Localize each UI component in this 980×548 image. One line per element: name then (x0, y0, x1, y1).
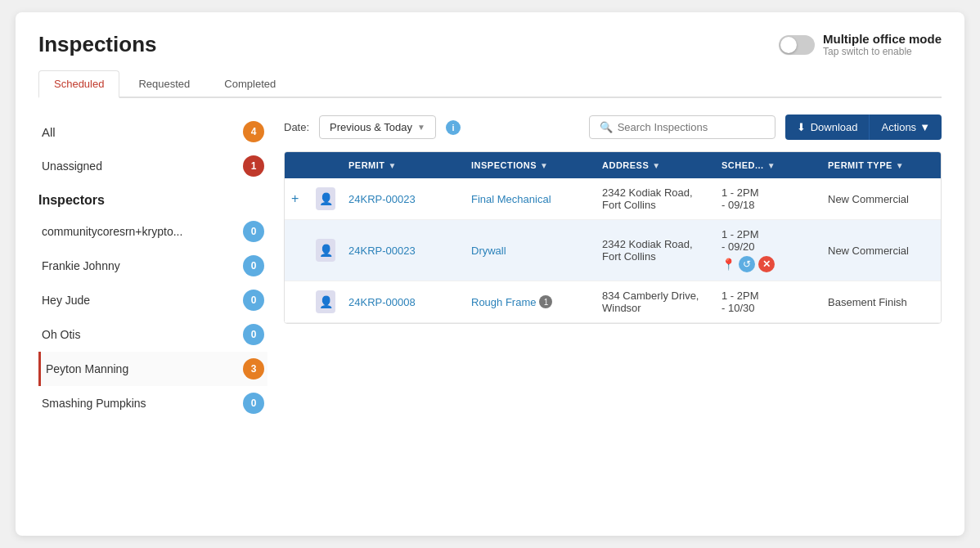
permit-link[interactable]: 24KRP-00008 (348, 296, 416, 308)
inspector-badge: 0 (243, 290, 264, 311)
td-avatar: 👤 (309, 231, 342, 270)
info-icon[interactable]: i (446, 120, 461, 135)
td-address: 2342 Kodiak Road,Fort Collins (596, 230, 715, 271)
multiple-office-subtitle: Tap switch to enable (823, 46, 942, 57)
search-input[interactable] (618, 121, 765, 133)
download-button[interactable]: ⬇ Download (785, 115, 870, 140)
sched-filter-icon[interactable]: ▼ (767, 161, 775, 170)
sched-info: 1 - 2PM - 10/30 (722, 290, 759, 314)
inspections-filter-icon[interactable]: ▼ (540, 161, 548, 170)
table-row: 👤24KRP-00008Rough Frame1834 Camberly Dri… (285, 281, 941, 323)
multiple-office-text: Multiple office mode Tap switch to enabl… (823, 32, 942, 57)
inspection-link[interactable]: Final Mechanical (471, 193, 551, 205)
sched-date: - 10/30 (722, 302, 759, 314)
main-content: All 4 Unassigned 1 Inspectors communityc… (38, 115, 942, 420)
inspector-name: Peyton Manning (46, 362, 128, 375)
permit-type-text: New Commercial (828, 193, 909, 205)
th-permit: PERMIT ▼ (342, 152, 465, 178)
sidebar: All 4 Unassigned 1 Inspectors communityc… (38, 115, 284, 420)
right-panel: Date: Previous & Today ▼ i 🔍 ⬇ Download (284, 115, 942, 420)
date-label: Date: (284, 121, 309, 133)
avatar: 👤 (316, 290, 335, 313)
search-box[interactable]: 🔍 (589, 115, 775, 139)
all-label: All (42, 125, 56, 139)
date-select[interactable]: Previous & Today ▼ (319, 115, 436, 139)
td-sched: 1 - 2PM - 09/18 (715, 178, 821, 219)
inspector-name: Oh Otis (42, 328, 80, 341)
unassigned-badge: 1 (243, 155, 264, 177)
address-text: 2342 Kodiak Road,Fort Collins (602, 186, 693, 211)
unassigned-label: Unassigned (42, 159, 102, 173)
date-value: Previous & Today (330, 121, 412, 133)
sched-date: - 09/18 (722, 199, 759, 211)
multiple-office-section: Multiple office mode Tap switch to enabl… (779, 32, 942, 57)
th-plus (285, 152, 309, 178)
inspector-list: communitycoresrn+krypto... 0 Frankie Joh… (38, 214, 267, 420)
td-inspection[interactable]: Drywall (465, 236, 596, 265)
close-icon[interactable]: ✕ (758, 256, 775, 272)
inspector-badge: 3 (243, 358, 264, 380)
permit-type-text: New Commercial (828, 245, 909, 257)
sidebar-item-inspector[interactable]: Frankie Johnny 0 (38, 249, 267, 283)
sched-time: 1 - 2PM (722, 228, 759, 240)
td-plus[interactable]: + (285, 183, 309, 214)
td-permit[interactable]: 24KRP-00023 (342, 185, 465, 213)
td-avatar: 👤 (309, 179, 342, 218)
permit-link[interactable]: 24KRP-00023 (348, 245, 416, 257)
table-row: +👤24KRP-00023Final Mechanical2342 Kodiak… (285, 178, 941, 220)
search-icon: 🔍 (600, 121, 613, 133)
td-plus (285, 294, 309, 310)
th-address: ADDRESS ▼ (596, 152, 715, 178)
date-chevron-icon: ▼ (417, 123, 425, 132)
tab-completed[interactable]: Completed (209, 70, 291, 97)
tab-requested[interactable]: Requested (123, 70, 205, 97)
sched-info: 1 - 2PM - 09/18 (722, 186, 759, 211)
tab-scheduled[interactable]: Scheduled (38, 70, 119, 98)
inspector-name: communitycoresrn+krypto... (42, 225, 182, 238)
plus-button[interactable]: + (291, 191, 299, 206)
inspectors-header: Inspectors (38, 193, 267, 208)
sidebar-item-inspector[interactable]: Hey Jude 0 (38, 283, 267, 317)
address-filter-icon[interactable]: ▼ (652, 161, 660, 170)
main-container: Inspections Multiple office mode Tap swi… (16, 12, 964, 536)
sidebar-item-all[interactable]: All 4 (38, 115, 267, 149)
sidebar-item-inspector[interactable]: Oh Otis 0 (38, 317, 267, 352)
notification-badge: 1 (539, 295, 552, 308)
sidebar-item-unassigned[interactable]: Unassigned 1 (38, 149, 267, 183)
td-permit[interactable]: 24KRP-00008 (342, 288, 465, 317)
row-icons: 📍↺✕ (722, 256, 775, 272)
sidebar-item-inspector[interactable]: communitycoresrn+krypto... 0 (38, 214, 267, 249)
th-permit-type: PERMIT TYPE ▼ (821, 152, 941, 178)
inspection-link[interactable]: Rough Frame (471, 296, 536, 308)
inspector-name: Hey Jude (42, 294, 90, 307)
address-text: 834 Camberly Drive,Windsor (602, 290, 699, 314)
permit-link[interactable]: 24KRP-00023 (348, 193, 416, 205)
tabs-bar: Scheduled Requested Completed (38, 70, 942, 98)
td-permit-type: New Commercial (821, 185, 941, 213)
inspector-badge: 0 (243, 255, 264, 276)
pin-icon[interactable]: 📍 (722, 258, 735, 271)
sidebar-item-inspector[interactable]: Smashing Pumpkins 0 (38, 386, 267, 420)
td-address: 2342 Kodiak Road,Fort Collins (596, 178, 715, 219)
td-permit[interactable]: 24KRP-00023 (342, 236, 465, 265)
sched-time: 1 - 2PM (722, 186, 759, 199)
td-sched: 1 - 2PM - 09/20 📍↺✕ (715, 220, 821, 281)
permit-filter-icon[interactable]: ▼ (389, 161, 397, 170)
actions-button[interactable]: Actions ▼ (869, 115, 942, 140)
td-permit-type: Basement Finish (821, 288, 941, 317)
sched-date: - 09/20 (722, 240, 759, 253)
td-sched: 1 - 2PM - 10/30 (715, 281, 821, 322)
permit-type-filter-icon[interactable]: ▼ (896, 161, 904, 170)
table-body: +👤24KRP-00023Final Mechanical2342 Kodiak… (285, 178, 941, 323)
inspection-link[interactable]: Drywall (471, 245, 506, 257)
td-inspection[interactable]: Final Mechanical (465, 185, 596, 213)
sidebar-item-inspector[interactable]: Peyton Manning 3 (38, 352, 267, 386)
action-buttons: ⬇ Download Actions ▼ (785, 115, 942, 140)
multiple-office-toggle[interactable] (779, 35, 815, 55)
td-inspection[interactable]: Rough Frame1 (465, 287, 596, 317)
inspector-badge: 0 (243, 221, 264, 242)
inspector-badge: 0 (243, 324, 264, 345)
undo-icon[interactable]: ↺ (739, 256, 755, 272)
top-bar: Inspections Multiple office mode Tap swi… (38, 32, 942, 57)
avatar: 👤 (316, 239, 335, 262)
